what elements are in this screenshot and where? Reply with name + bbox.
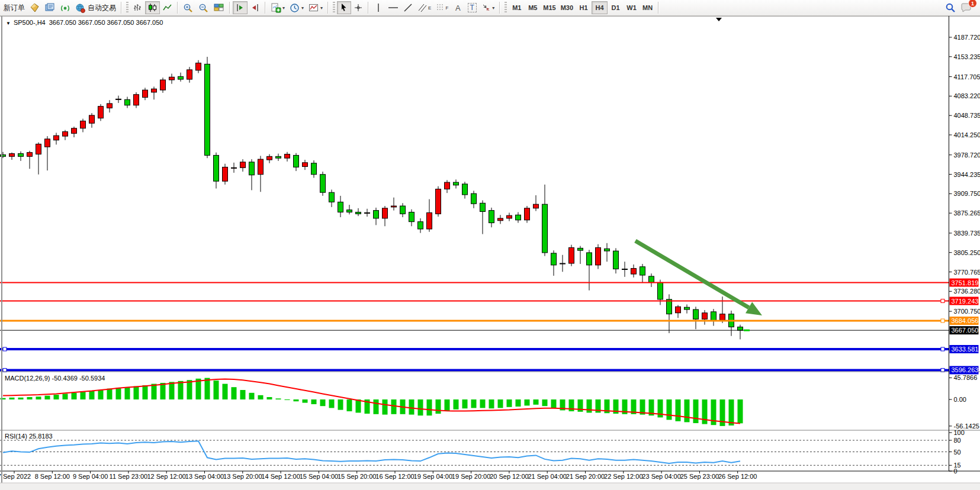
macd-histogram-bar (9, 398, 15, 399)
candlestick-chart-button[interactable] (145, 1, 160, 14)
macd-histogram-bar (462, 399, 468, 408)
navigator-icon (44, 3, 55, 13)
macd-histogram-bar (445, 399, 450, 411)
candle-body (98, 107, 104, 118)
candle-body (27, 153, 33, 157)
equidistant-channel-button[interactable]: E (415, 1, 433, 14)
collapse-icon[interactable]: ▼ (6, 21, 11, 26)
candle-body (311, 163, 317, 175)
macd-histogram-bar (276, 398, 281, 399)
time-tick-label: 21 Sep 20:00 (566, 473, 605, 480)
timeframe-h4[interactable]: H4 (592, 1, 608, 14)
timeframe-m1[interactable]: M1 (509, 1, 525, 14)
time-tick-label: 13 Sep 04:00 (185, 473, 224, 480)
auto-trading-label: 自动交易 (88, 3, 116, 13)
search-button[interactable] (943, 1, 958, 14)
time-tick-label: 19 Sep 04:00 (414, 473, 452, 480)
line-handle[interactable] (3, 347, 7, 351)
rsi-tick-label: 50 (954, 449, 961, 456)
signals-button[interactable] (57, 1, 73, 14)
zoom-in-button[interactable] (181, 1, 196, 14)
time-tick-label: 8 Sep 12:00 (35, 473, 70, 480)
line-handle[interactable] (941, 319, 944, 323)
timeframe-w1[interactable]: W1 (624, 1, 640, 14)
candle-body (356, 212, 361, 214)
candle-body (214, 155, 219, 181)
line-chart-button[interactable] (160, 1, 175, 14)
timeframe-m5[interactable]: M5 (525, 1, 541, 14)
new-order-button[interactable]: 新订单 (1, 1, 27, 14)
candle-body (445, 182, 450, 189)
horizontal-line-button[interactable] (385, 1, 401, 14)
candle-body (276, 156, 281, 158)
templates-button[interactable]: ▾ (306, 1, 325, 14)
macd-histogram-bar (329, 399, 335, 408)
fibonacci-button[interactable]: F (433, 1, 451, 14)
zoom-out-button[interactable] (196, 1, 211, 14)
price-tick-label: 3770.765 (954, 269, 980, 276)
market-watch-button[interactable] (27, 1, 42, 14)
cursor-button[interactable] (337, 1, 351, 14)
macd-histogram-bar (187, 380, 192, 399)
line-handle[interactable] (941, 299, 944, 303)
chart-canvas[interactable]: 4187.7204153.2354117.7054083.2204048.735… (0, 16, 980, 490)
candle-body (498, 218, 503, 221)
time-tick-label: 7 Sep 2022 (0, 473, 31, 480)
vertical-line-button[interactable] (371, 1, 385, 14)
auto-trading-button[interactable]: 自动交易 (73, 1, 118, 14)
text-label-button[interactable]: T (465, 1, 479, 14)
rsi-line (3, 441, 740, 463)
price-tick-label: 3700.750 (954, 308, 980, 315)
candle-body (89, 115, 95, 123)
arrows-icon (481, 3, 491, 12)
timeframe-m15[interactable]: M15 (541, 1, 558, 14)
dropdown-caret: ▾ (492, 5, 494, 11)
macd-histogram-bar (729, 399, 734, 425)
macd-histogram-bar (409, 399, 415, 415)
macd-histogram-bar (551, 399, 557, 408)
price-tick-label: 4187.720 (954, 34, 980, 41)
trendline-button[interactable] (401, 1, 415, 14)
chart-shift-button[interactable] (248, 1, 262, 14)
chart-shift-icon (250, 3, 260, 12)
macd-histogram-bar (89, 391, 95, 399)
macd-histogram-bar (693, 399, 699, 423)
macd-histogram-bar (480, 399, 486, 408)
level-price-badge-label: 3596.263 (952, 366, 979, 373)
macd-histogram-bar (285, 399, 290, 400)
indicators-button[interactable]: ▾ (268, 1, 287, 14)
macd-histogram-bar (63, 394, 68, 399)
timeframe-d1[interactable]: D1 (608, 1, 624, 14)
auto-scroll-button[interactable] (233, 1, 248, 14)
tile-windows-button[interactable] (211, 1, 227, 14)
macd-histogram-bar (525, 399, 530, 405)
macd-histogram-bar (81, 392, 86, 399)
macd-histogram-bar (391, 399, 397, 414)
arrows-button[interactable]: ▾ (479, 1, 497, 14)
time-tick-label: 15 Sep 20:00 (338, 473, 376, 480)
crosshair-button[interactable] (351, 1, 365, 14)
candle-body (285, 154, 290, 159)
timeframe-mn[interactable]: MN (640, 1, 656, 14)
line-handle[interactable] (941, 347, 944, 351)
text-button[interactable]: A (451, 1, 465, 14)
dropdown-caret: ▾ (320, 5, 323, 11)
time-tick-label: 19 Sep 20:00 (452, 473, 490, 480)
price-tick-label: 3875.265 (954, 209, 980, 217)
candle-body (489, 211, 494, 223)
candle-body (320, 175, 326, 192)
candle-body (480, 203, 486, 211)
candle-body (720, 314, 725, 320)
macd-histogram-bar (169, 382, 175, 399)
bar-chart-button[interactable] (130, 1, 145, 14)
navigator-button[interactable] (42, 1, 57, 14)
macd-histogram-bar (311, 399, 317, 404)
new-order-label: 新订单 (4, 3, 25, 13)
timeframe-m30[interactable]: M30 (558, 1, 576, 14)
chart-shift-marker[interactable] (716, 18, 722, 21)
candle-body (294, 155, 299, 167)
timeframe-h1[interactable]: H1 (576, 1, 592, 14)
chart-symbol-period: SP500-,H4 (14, 19, 46, 26)
trend-arrow-line[interactable] (635, 241, 749, 308)
periods-button[interactable]: ▾ (287, 1, 306, 14)
